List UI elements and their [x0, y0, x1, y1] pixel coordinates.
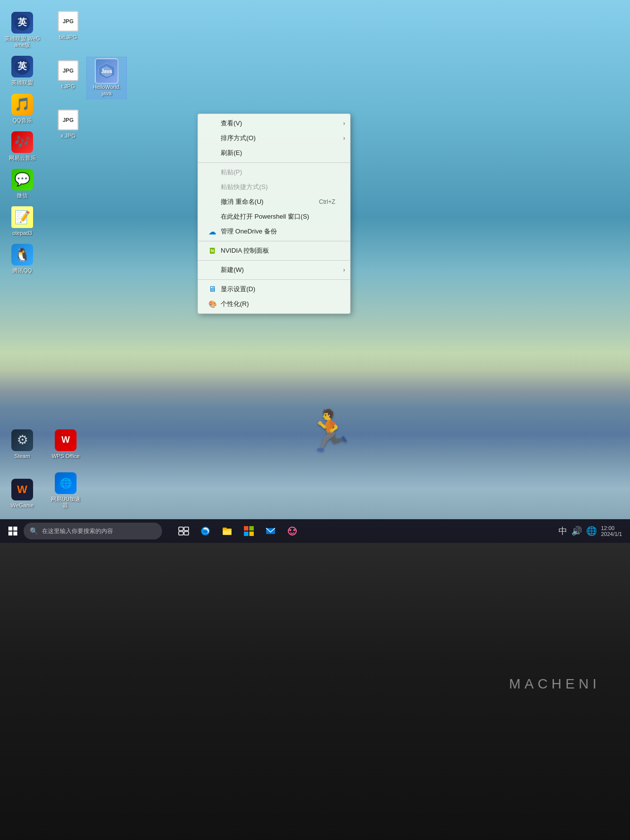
desktop-icon-tencent-qq[interactable]: 🐧 腾讯QQ	[2, 241, 42, 276]
svg-text:Java: Java	[101, 69, 113, 74]
monitor-brand-label: MACHENI	[509, 676, 600, 692]
uu-label: 网易UU加速器	[51, 496, 80, 509]
desktop-icon-wechat[interactable]: 💬 微信	[2, 166, 42, 201]
svg-rect-20	[249, 526, 254, 531]
svg-rect-17	[223, 528, 227, 530]
svg-rect-10	[13, 532, 17, 535]
desktop-icon-yyls[interactable]: 英 英雄联盟	[2, 53, 42, 88]
start-button[interactable]	[4, 522, 22, 540]
menu-item-refresh-label: 刷新(E)	[221, 149, 242, 157]
menu-item-display-label: 显示设置(D)	[221, 285, 255, 294]
t-jpg-label: t.JPG	[61, 83, 75, 90]
menu-separator-2	[198, 241, 350, 241]
taskbar-search[interactable]: 🔍 在这里输入你要搜索的内容	[24, 523, 162, 539]
svg-rect-18	[223, 531, 231, 535]
menu-item-refresh[interactable]: 刷新(E)	[198, 146, 350, 160]
svg-rect-7	[8, 527, 12, 531]
svg-rect-8	[13, 527, 17, 531]
svg-rect-21	[244, 532, 248, 536]
menu-item-new[interactable]: 新建(W) ›	[198, 263, 350, 277]
taskbar-explorer[interactable]	[217, 521, 237, 541]
display-icon: 🖥	[208, 285, 217, 294]
steam-label: Steam	[14, 453, 30, 459]
desktop-icon-notepad3[interactable]: 📝 otepad3	[2, 203, 42, 238]
menu-item-sort[interactable]: 排序方式(O) ›	[198, 131, 350, 146]
qq-music-label: QQ音乐	[12, 117, 32, 124]
desktop: 🏃 英 英雄联盟 WeGame版 英	[0, 0, 630, 543]
menu-item-display[interactable]: 🖥 显示设置(D)	[198, 282, 350, 297]
desktop-icon-netease[interactable]: 🎶 网易云音乐	[2, 128, 42, 163]
svg-rect-19	[244, 526, 248, 531]
menu-item-sort-label: 排序方式(O)	[221, 134, 256, 143]
file-icon-helloworld[interactable]: Java HelloWorld.java	[86, 57, 127, 99]
svg-rect-11	[179, 527, 183, 531]
desktop-icon-uu[interactable]: 🌐 网易UU加速器	[46, 469, 85, 511]
x-jpg-label: x.JPG	[61, 133, 76, 139]
desktop-icon-wps[interactable]: W WPS Office	[46, 426, 85, 461]
file-icon-t[interactable]: JPG t.JPG	[48, 57, 88, 92]
taskbar: 🔍 在这里输入你要搜索的内容	[0, 519, 630, 543]
uu-icon-area: 🌐 网易UU加速器	[43, 467, 88, 513]
menu-item-view[interactable]: 查看(V) ›	[198, 116, 350, 131]
menu-item-nvidia[interactable]: N NVIDIA 控制面板	[198, 243, 350, 258]
svg-point-26	[293, 529, 295, 531]
svg-rect-22	[249, 532, 254, 536]
desktop-icon-steam[interactable]: ⚙ Steam	[2, 426, 42, 461]
search-placeholder: 在这里输入你要搜索的内容	[42, 527, 113, 535]
taskbar-paint[interactable]	[282, 521, 302, 541]
nvidia-icon: N	[208, 246, 217, 255]
file-icon-txt[interactable]: JPG txt.JPG	[48, 7, 88, 42]
taskbar-task-view[interactable]	[174, 521, 194, 541]
netease-label: 网易云音乐	[9, 155, 36, 161]
taskbar-language[interactable]: 中	[558, 525, 567, 537]
x-jpg-icon: JPG	[56, 108, 80, 132]
desktop-icon-qq-music[interactable]: 🎵 QQ音乐	[2, 91, 42, 126]
uu-icon: 🌐	[54, 471, 78, 495]
txt-jpg-icon: JPG	[56, 9, 80, 33]
svg-rect-9	[8, 532, 12, 535]
sort-submenu-arrow: ›	[343, 135, 345, 142]
menu-item-personalize[interactable]: 🎨 个性化(R)	[198, 297, 350, 311]
wechat-label: 微信	[17, 192, 28, 199]
wps-icon: W	[54, 428, 78, 452]
steam-icon-area: ⚙ Steam	[0, 424, 44, 464]
menu-item-undo-rename-label: 撤消 重命名(U)	[221, 197, 264, 206]
desktop-icon-wegame2[interactable]: W WeGame	[2, 476, 42, 511]
taskbar-center-icons	[174, 521, 302, 541]
taskbar-store[interactable]	[239, 521, 259, 541]
menu-item-nvidia-label: NVIDIA 控制面板	[221, 246, 269, 255]
taskbar-edge[interactable]	[196, 521, 215, 541]
new-icon	[208, 266, 217, 274]
desktop-icon-yyls-wegame[interactable]: 英 英雄联盟 WeGame版	[2, 9, 42, 50]
menu-item-onedrive-label: 管理 OneDrive 备份	[221, 227, 277, 236]
taskbar-right: 中 🔊 🌐 12:002024/1/1	[558, 525, 626, 537]
menu-item-onedrive[interactable]: ☁ 管理 OneDrive 备份	[198, 224, 350, 239]
refresh-icon	[208, 149, 217, 157]
undo-shortcut: Ctrl+Z	[319, 198, 335, 205]
helloworld-java-icon: Java	[95, 59, 118, 83]
menu-item-undo-rename[interactable]: 撤消 重命名(U) Ctrl+Z	[198, 194, 350, 209]
taskbar-network[interactable]: 🌐	[586, 526, 597, 536]
bottom-icon-area: W WeGame	[0, 473, 44, 513]
wechat-icon: 💬	[10, 168, 34, 191]
menu-item-powershell[interactable]: 在此处打开 Powershell 窗口(S)	[198, 209, 350, 224]
menu-item-paste-shortcut[interactable]: 粘贴快捷方式(S)	[198, 180, 350, 194]
txt-jpg-label: txt.JPG	[59, 34, 77, 40]
steam-icon: ⚙	[10, 428, 34, 452]
taskbar-volume[interactable]: 🔊	[571, 526, 582, 536]
wegame2-icon: W	[10, 478, 34, 501]
paste-icon	[208, 168, 217, 177]
menu-item-paste[interactable]: 粘贴(P)	[198, 165, 350, 180]
yyls-icon: 英	[10, 55, 34, 78]
menu-item-paste-label: 粘贴(P)	[221, 168, 242, 177]
view-icon	[208, 119, 217, 128]
file-icon-x[interactable]: JPG x.JPG	[48, 106, 88, 141]
svg-text:英: 英	[17, 17, 27, 27]
tencent-qq-icon: 🐧	[10, 243, 34, 267]
taskbar-mail[interactable]	[261, 521, 280, 541]
taskbar-time: 12:002024/1/1	[601, 525, 622, 537]
menu-separator-1	[198, 162, 350, 163]
menu-item-paste-shortcut-label: 粘贴快捷方式(S)	[221, 183, 268, 191]
monitor-bezel: MACHENI	[0, 543, 630, 840]
menu-item-view-label: 查看(V)	[221, 119, 242, 128]
